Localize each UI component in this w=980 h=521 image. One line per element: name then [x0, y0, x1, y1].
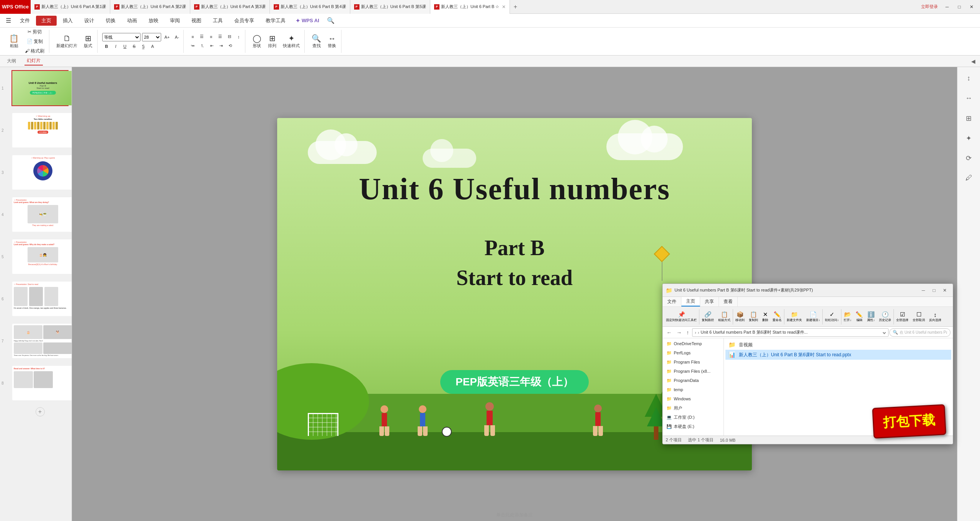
- fe-sidebar-item-9[interactable]: 💾 本硬盘 (E:): [663, 422, 724, 431]
- ribbon-tab-transitions[interactable]: 切换: [100, 16, 121, 26]
- find-button[interactable]: 🔍 查找: [309, 33, 323, 50]
- ribbon-tab-animations[interactable]: 动画: [122, 16, 142, 26]
- bold-button[interactable]: B: [102, 43, 111, 50]
- ribbon-tab-tools[interactable]: 工具: [207, 16, 228, 26]
- fe-btn-properties[interactable]: ℹ️ 属性↓: [865, 310, 877, 323]
- fe-btn-open[interactable]: 📂 打开↓: [842, 310, 853, 323]
- cut-button[interactable]: ✂ 剪切: [23, 28, 47, 36]
- fe-address-bar[interactable]: › › Unit 6 Useful numbers Part B 第6课时 St…: [692, 328, 889, 337]
- increase-indent-button[interactable]: ⇥: [217, 42, 225, 50]
- minimize-button[interactable]: ─: [942, 2, 952, 12]
- shadow-button[interactable]: S̲: [139, 43, 147, 50]
- fe-tab-share[interactable]: 共享: [700, 297, 719, 306]
- ribbon-tab-slideshow[interactable]: 放映: [143, 16, 164, 26]
- fe-btn-move-to[interactable]: 📦 移动到: [733, 310, 746, 323]
- fe-btn-copy-path[interactable]: 🔗 复制路径: [700, 310, 716, 323]
- font-color-button[interactable]: A: [148, 43, 157, 50]
- add-slide-button[interactable]: +: [36, 407, 45, 416]
- fe-btn-select-all[interactable]: ☑ 全部选择: [894, 310, 910, 323]
- slide-thumb-3[interactable]: ☆ Warming up: Play a game: [11, 154, 69, 190]
- fe-maximize-btn[interactable]: □: [929, 285, 939, 295]
- fe-forward-btn[interactable]: →: [675, 329, 683, 336]
- fe-btn-easy-access[interactable]: ✓ 轻松访问↓: [823, 310, 841, 323]
- ribbon-tab-design[interactable]: 设计: [79, 16, 100, 26]
- tab-close-6[interactable]: ✕: [502, 4, 506, 10]
- copy-button[interactable]: 📄 复制: [23, 37, 47, 46]
- ribbon-tab-insert[interactable]: 插入: [57, 16, 78, 26]
- slide-thumb-4[interactable]: ☆ Presentation Look and guess: What are …: [11, 197, 69, 233]
- italic-button[interactable]: I: [111, 43, 120, 50]
- ribbon-tab-home[interactable]: 主页: [36, 16, 57, 26]
- slide-thumb-8[interactable]: Read and answer: What time is it?: [11, 365, 69, 401]
- close-button[interactable]: ✕: [966, 2, 977, 12]
- ribbon-tab-view[interactable]: 视图: [186, 16, 207, 26]
- quick-styles-button[interactable]: ✦ 快速样式: [281, 33, 302, 50]
- text-direction-button[interactable]: ⟲: [226, 42, 234, 50]
- ribbon-tab-member[interactable]: 会员专享: [229, 16, 260, 26]
- fe-sidebar-item-5[interactable]: 📁 temp: [663, 385, 724, 394]
- align-right-button[interactable]: ≡: [207, 33, 215, 40]
- fe-btn-new-folder[interactable]: 📁 新建文件夹: [785, 310, 804, 323]
- new-slide-button[interactable]: 🗋 新建幻灯片: [54, 33, 80, 50]
- fe-sidebar-item-0[interactable]: 📁 OneDriveTemp: [663, 339, 724, 348]
- fe-btn-copy-to[interactable]: 📋 复制到: [747, 310, 760, 323]
- download-button[interactable]: 打包下载: [872, 404, 946, 439]
- fe-tab-file[interactable]: 文件: [663, 297, 681, 306]
- title-tab-3[interactable]: P 新人教三（上）Unit 6 Part A 第3课: [190, 0, 270, 14]
- fe-sidebar-item-3[interactable]: 📁 Program Files (x8...: [663, 367, 724, 376]
- fe-btn-deselect[interactable]: ☐ 全部取消: [911, 310, 927, 323]
- decrease-font-button[interactable]: A-: [173, 34, 181, 40]
- title-tab-2[interactable]: P 新人教三（上）Unit 6 Part A 第2课: [110, 0, 190, 14]
- fe-btn-delete[interactable]: ✕ 删除: [760, 310, 770, 323]
- arrange-button[interactable]: ⊞ 排列: [265, 33, 279, 50]
- outline-view-btn[interactable]: 大纲: [5, 57, 18, 65]
- right-panel-btn-6[interactable]: 🖊: [960, 170, 977, 187]
- slide-thumb-1[interactable]: Unit 6 Useful numbers Part BStart to rea…: [11, 70, 69, 106]
- increase-font-button[interactable]: A+: [163, 34, 171, 40]
- right-panel-btn-1[interactable]: ↕: [960, 70, 977, 87]
- slide-thumb-2[interactable]: ☆ Warming up Ten little candles: [11, 112, 69, 148]
- fe-btn-pin[interactable]: 📌 固定到快速访问工具栏: [664, 310, 699, 323]
- wps-ai-button[interactable]: ✦ WPS AI: [292, 16, 323, 25]
- ribbon-tab-teaching[interactable]: 教学工具: [260, 16, 291, 26]
- ribbon-tab-file[interactable]: 文件: [15, 16, 35, 26]
- fe-up-btn[interactable]: ↑: [685, 329, 691, 336]
- right-panel-btn-5[interactable]: ⟳: [960, 150, 977, 167]
- font-size-select[interactable]: 28: [142, 33, 161, 41]
- fe-sidebar-item-1[interactable]: 📁 PerfLogs: [663, 348, 724, 357]
- ribbon-tab-review[interactable]: 审阅: [165, 16, 185, 26]
- title-tab-6[interactable]: P 新人教三（上）Unit 6 Part B ☆ ✕: [430, 0, 510, 14]
- shapes-button[interactable]: ◯ 形状: [250, 33, 264, 50]
- fe-sidebar-item-2[interactable]: 📁 Program Files: [663, 357, 724, 367]
- align-left-button[interactable]: ≡: [188, 33, 197, 40]
- fe-search-bar[interactable]: 🔍 在 Unit 6 Useful numbers Part B...: [889, 328, 951, 337]
- search-button[interactable]: 🔍: [324, 16, 338, 25]
- fe-sidebar-item-4[interactable]: 📁 ProgramData: [663, 376, 724, 385]
- fe-tab-home[interactable]: 主页: [681, 297, 700, 306]
- fe-sidebar-item-8[interactable]: 💻 工作室 (D:): [663, 413, 724, 422]
- slide-thumb-7[interactable]: 🎂 🐕 Happy birthday! Dogs don't eat cake,…: [11, 323, 69, 359]
- fe-close-btn[interactable]: ✕: [940, 285, 950, 295]
- hamburger-menu[interactable]: ☰: [3, 16, 14, 25]
- line-spacing-button[interactable]: ↕: [234, 33, 243, 40]
- justify-button[interactable]: ☰: [216, 33, 224, 40]
- fe-btn-rename[interactable]: ✏️ 重命名: [771, 310, 784, 323]
- fe-tab-view[interactable]: 查看: [719, 297, 738, 306]
- fe-btn-invert[interactable]: ↕ 反向选择: [927, 311, 943, 323]
- replace-button[interactable]: ↔ 替换: [325, 33, 339, 50]
- fe-file-folder[interactable]: 📁 音视频: [725, 340, 951, 350]
- user-login[interactable]: 立即登录: [921, 4, 938, 10]
- format-painter-button[interactable]: 🖌 格式刷: [23, 47, 47, 56]
- fe-back-btn[interactable]: ←: [665, 329, 673, 336]
- fe-btn-new-item[interactable]: 📄 新建项目↓: [804, 310, 822, 323]
- panel-collapse-btn[interactable]: ◀: [971, 58, 975, 64]
- title-tab-5[interactable]: P 新人教三（上）Unit 6 Part B 第5课: [350, 0, 431, 14]
- fe-minimize-btn[interactable]: ─: [918, 285, 928, 295]
- slide-thumb-6[interactable]: ☆ Presentation: Start to read It's seven…: [11, 281, 69, 317]
- fe-sidebar-item-7[interactable]: 📁 用户: [663, 403, 724, 413]
- fe-file-pptx[interactable]: 📊 新人教三（上）Unit 6 Part B 第6课时 Start to rea…: [725, 350, 951, 360]
- title-tab-1[interactable]: P 新人教三（上）Unit 6 Part A 第1课: [31, 0, 110, 14]
- maximize-button[interactable]: □: [954, 2, 965, 12]
- fe-sidebar-item-6[interactable]: 📁 Windows: [663, 394, 724, 403]
- fe-btn-history[interactable]: 🕐 历史记录: [877, 310, 893, 323]
